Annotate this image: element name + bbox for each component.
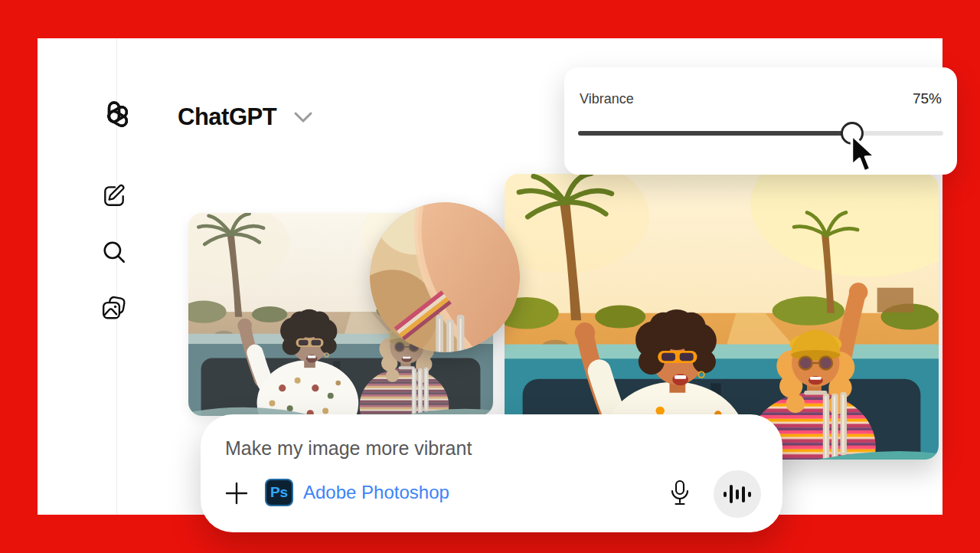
vibrance-value: 75% (913, 90, 942, 107)
chat-composer: Make my image more vibrant Ps Adobe Phot… (201, 414, 782, 532)
page-title[interactable]: ChatGPT (178, 103, 276, 131)
new-chat-button[interactable] (99, 181, 129, 211)
search-icon (101, 239, 127, 267)
image-library-icon (101, 295, 127, 323)
photoshop-app-name: Adobe Photoshop (303, 482, 449, 503)
vibrance-label: Vibrance (580, 91, 634, 107)
new-chat-icon (101, 182, 127, 211)
search-button[interactable] (99, 237, 129, 268)
voice-mode-button[interactable] (714, 470, 761, 518)
dictate-button[interactable] (666, 479, 694, 509)
photoshop-app-chip[interactable]: Ps Adobe Photoshop (265, 479, 449, 506)
vibrance-slider-fill (578, 131, 852, 136)
vibrance-slider-knob[interactable] (841, 122, 864, 145)
openai-logo-icon (96, 98, 132, 135)
prompt-input[interactable]: Make my image more vibrant (225, 437, 472, 460)
chevron-down-icon[interactable] (293, 111, 313, 123)
plus-icon (224, 497, 250, 509)
photoshop-icon: Ps (265, 479, 293, 506)
adobe-red-frame: ChatGPT (0, 0, 980, 553)
vibrance-slider-track[interactable] (578, 131, 943, 136)
attach-button[interactable] (224, 480, 250, 506)
zoom-detail-circle (370, 202, 520, 352)
sidebar (38, 38, 117, 515)
voice-waveform-icon (724, 492, 727, 497)
vibrance-panel: Vibrance 75% (564, 67, 957, 175)
microphone-icon (667, 499, 693, 510)
image-library-button[interactable] (99, 293, 129, 324)
